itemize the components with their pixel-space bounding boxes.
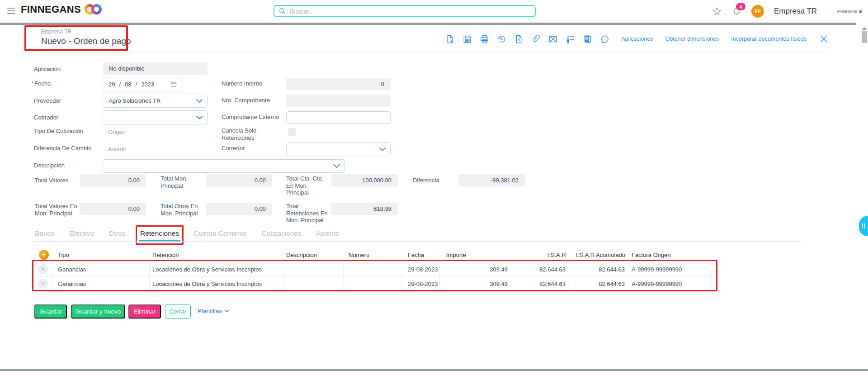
chevron-down-icon[interactable] [196,97,203,104]
favorite-star-icon[interactable] [712,6,722,16]
numero-interno-label: Número Interno [222,80,262,87]
proveedor-select[interactable]: Agro Soluciones TR [103,94,208,108]
col-retencion: Retención [150,252,283,258]
cell-factura-origen: A-99999-99999990 [629,276,716,291]
notification-badge: 4 [736,3,745,10]
fecha-field[interactable]: 29 / 08 / 2023 [103,77,183,91]
comprobante-externo-label: Comprobante Externo [222,114,279,121]
vertical-scrollbar[interactable] [860,25,868,369]
plantillas-dropdown[interactable]: Plantillas [198,308,229,314]
company-selector[interactable]: Empresa TR [774,7,817,16]
copy-document-icon[interactable] [582,34,592,44]
cell-numero [344,262,401,276]
col-numero: Número [344,252,401,258]
cell-retencion: Locaciones de Obra y Servicios Inscripto… [150,276,283,291]
page-title-block: Empresa TR Nuevo - Orden de pago [41,29,131,46]
total-mon-label: Total Mon. Principal [160,175,198,189]
guardar-y-nuevo-button[interactable]: Guardar y nuevo [71,304,125,319]
total-retenciones-label: Total Retenciones En Mon. Principal [286,203,331,224]
guardar-button[interactable]: Guardar [34,304,67,319]
cell-isar: 82,644.63 [512,276,570,291]
total-valores-label: Total Valores [35,177,68,184]
cell-tipo: Ganancias [52,262,150,276]
cancela-retenciones-checkbox[interactable] [288,128,296,136]
chevron-down-icon[interactable] [196,114,203,121]
cell-tipo: Ganancias [52,276,150,291]
fecha-year[interactable]: 2023 [141,81,154,88]
total-mon-field: 0.00 [206,174,272,186]
cell-fecha: 29-08-2023 [401,276,440,291]
total-otros-field: 0.00 [206,203,272,215]
col-importe: Importe [440,252,512,258]
tab-banco[interactable]: Banco [35,229,55,238]
finnegans-app: FINNEGANS 4 FF Empresa TR FINNEGANS [0,0,868,371]
scrollbar-thumb[interactable] [862,31,867,43]
fecha-day[interactable]: 29 [108,81,115,88]
delete-row-icon[interactable]: ✕ [38,279,48,289]
mail-icon[interactable] [548,34,558,44]
diferencia-label: Diferencia [413,177,439,184]
dif-cambio-value: Asumir [108,146,126,152]
table-bottom-border [34,290,716,291]
tab-retenciones[interactable]: Retenciones [140,229,179,238]
tab-efectivo[interactable]: Efectivo [69,229,94,238]
corredor-select[interactable] [286,142,391,156]
cobrador-label: Cobrador [34,114,58,121]
tipo-cotizacion-label: Tipo De Cotización [34,128,83,135]
chevron-down-icon[interactable] [333,163,340,170]
search-input[interactable] [289,7,530,15]
descripcion-select[interactable] [103,159,345,173]
fecha-month[interactable]: 08 [125,81,131,88]
save-icon[interactable] [462,34,472,44]
scrollbar-up-arrow[interactable] [862,27,867,30]
total-valores-mon-field: 0.00 [80,203,146,215]
cobrador-select[interactable] [103,110,208,124]
comprobante-externo-input[interactable] [286,111,391,124]
table-row: ✕ Ganancias Locaciones de Obra y Servici… [34,262,716,276]
export-pdf-icon[interactable]: A [514,34,524,44]
tab-otros[interactable]: Otros [108,229,126,238]
obtener-dimensiones-link[interactable]: Obtener dimensiones [665,36,719,42]
calendar-icon[interactable] [170,81,177,88]
tab-asiento[interactable]: Asiento [316,229,340,238]
new-document-icon[interactable] [445,34,455,44]
mini-logo-icon [859,10,862,13]
delete-row-icon[interactable]: ✕ [38,264,48,274]
total-otros-label: Total Otros En Mon. Principal [160,203,202,217]
col-factura-origen: Factura Origen [629,252,716,258]
close-icon[interactable] [819,34,828,43]
total-valores-field: 0.00 [80,174,146,186]
title-company: Empresa TR [41,29,131,35]
cell-numero [344,276,401,291]
attach-icon[interactable] [531,34,541,44]
incorporar-documentos-link[interactable]: Incorporar documentos fisicos [731,36,807,42]
dif-cambio-label: Diferencia De Cambio [34,145,91,152]
cell-retencion: Locaciones de Obra y Servicios Inscripto… [150,262,283,276]
table-row: ✕ Ganancias Locaciones de Obra y Servici… [34,276,716,291]
comment-icon[interactable] [599,34,609,44]
history-icon[interactable] [496,34,506,44]
total-cta-field: 100,000.00 [331,174,398,186]
notifications-bell-icon[interactable]: 4 [732,6,741,16]
col-isar: I.S.A.R [512,252,570,258]
user-avatar[interactable]: FF [751,5,764,18]
tasks-checklist-icon[interactable] [565,34,575,44]
cell-descripcion [283,276,344,291]
detail-tabs: Banco Efectivo Otros Retenciones Cuenta … [35,229,340,238]
eliminar-button[interactable]: Eliminar [128,304,161,319]
infinity-logo-icon [85,4,103,15]
col-fecha: Fecha [401,252,440,258]
window-bottom-border [0,369,868,371]
col-isar-acumulado: I.S.A.R Acumulado [570,252,629,258]
table-header-row: Tipo Retención Descripcion Número Fecha … [34,249,716,261]
aplicacion-field: No disponible [103,62,208,75]
mini-finnegans-logo: FINNEGANS [837,10,862,13]
print-icon[interactable] [479,34,489,44]
header-divider [34,52,829,52]
cerrar-button[interactable]: Cerrar [165,304,191,319]
chevron-down-icon[interactable] [379,146,386,152]
aplicaciones-link[interactable]: Aplicaciones [621,36,653,42]
tab-cuenta-corriente[interactable]: Cuenta Corriente [193,229,247,238]
hamburger-menu-icon[interactable] [7,8,15,14]
tab-cotizaciones[interactable]: Cotizaciones [261,229,302,238]
